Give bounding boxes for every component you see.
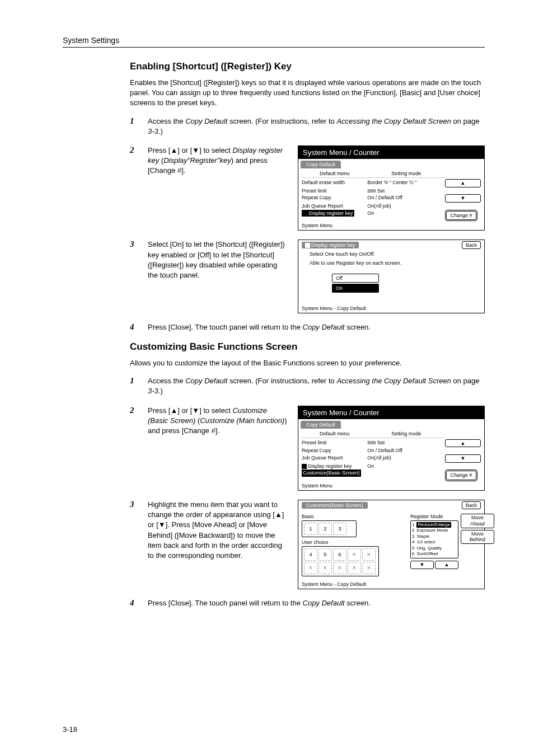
step-number: 3 <box>130 500 148 509</box>
row: 999 Set <box>367 439 445 448</box>
page-number: 3-18 <box>63 725 77 734</box>
step-text: Access the Copy Default screen. (For ins… <box>148 116 485 137</box>
row: Preset limit <box>302 187 367 195</box>
panel-message: Able to use Register key on each screen. <box>298 259 484 268</box>
step-text: Access the Copy Default screen. (For ins… <box>148 376 485 396</box>
panel-system-menu-1: System Menu / Counter Copy Default Defau… <box>298 145 485 231</box>
row: On / Default Off <box>367 447 445 454</box>
panel-footer: System Menu <box>298 481 484 490</box>
label: Basic <box>302 514 410 519</box>
row: 999 Set <box>367 187 445 195</box>
back-button[interactable]: Back <box>462 501 481 509</box>
step-number: 3 <box>130 240 148 249</box>
intro-paragraph-1: Enables the [Shortcut] ([Register]) keys… <box>130 78 485 109</box>
step-text: Press [▲] or [▼] to select Display regis… <box>148 145 288 176</box>
row: On <box>367 463 445 470</box>
step-text: Press [Close]. The touch panel will retu… <box>148 322 485 332</box>
down-button[interactable]: ▼ <box>445 194 481 203</box>
row: Display register key <box>308 463 352 469</box>
panel-title: System Menu / Counter <box>298 406 484 419</box>
panel-title: Display register key <box>302 242 359 248</box>
step-number: 1 <box>130 376 148 386</box>
chapter-header: System Settings <box>63 36 485 45</box>
step-text: Press [Close]. The touch panel will retu… <box>148 598 485 608</box>
panel-customize-basic: Customize(Basic Screen) Back Basic 123 U… <box>298 500 485 589</box>
panel-footer: System Menu <box>298 221 484 230</box>
move-behind-button[interactable]: Move Behind <box>461 530 494 544</box>
row-selected: Customize(Basic Screen) <box>302 469 361 477</box>
col-header: Setting mode <box>367 171 445 178</box>
down-button[interactable]: ▼ <box>445 454 481 463</box>
col-header: Default menu <box>302 171 367 178</box>
panel-register-key: Display register key Back Select One tou… <box>298 240 485 313</box>
step-number: 4 <box>130 598 148 608</box>
row: Repeat Copy <box>302 447 367 454</box>
step-number: 1 <box>130 116 148 126</box>
panel-title: System Menu / Counter <box>298 146 484 159</box>
row: Repeat Copy <box>302 194 367 203</box>
section-heading-1: Enabling [Shortcut] ([Register]) Key <box>130 61 485 72</box>
row: On <box>367 210 445 222</box>
row: Job Queue Report <box>302 454 367 463</box>
row: On(All job) <box>367 203 445 210</box>
intro-paragraph-2: Allows you to customize the layout of th… <box>130 358 485 368</box>
step-number: 2 <box>130 145 148 155</box>
panel-title: Customize(Basic Screen) <box>302 502 368 509</box>
register-mode-list: 1Reduce/Enlarge 2Exposure Mode 3Staple 4… <box>410 520 458 558</box>
panel-message: Select One touch key On/Off. <box>298 250 484 259</box>
up-button[interactable]: ▲ <box>445 179 481 187</box>
back-button[interactable]: Back <box>462 241 481 249</box>
down-button[interactable]: ▼ <box>410 561 434 569</box>
option-off[interactable]: Off <box>332 274 379 283</box>
change-button[interactable]: Change # <box>445 210 477 222</box>
step-text: Press [▲] or [▼] to select Customize (Ba… <box>148 406 288 436</box>
label: User choice <box>302 539 410 545</box>
panel-system-menu-2: System Menu / Counter Copy Default Defau… <box>298 406 485 491</box>
up-button[interactable]: ▲ <box>445 439 481 448</box>
panel-footer: System Menu - Copy Default <box>298 580 484 589</box>
row: Border ¼ " Center ½ " <box>367 179 445 187</box>
section-heading-2: Customizing Basic Functions Screen <box>130 341 485 353</box>
row: Job Queue Report <box>302 203 367 210</box>
col-header: Setting mode <box>367 431 445 438</box>
row-selected: Display register key <box>309 210 353 216</box>
row: On / Default Off <box>367 194 445 203</box>
up-button[interactable]: ▲ <box>435 561 458 569</box>
step-number: 2 <box>130 406 148 415</box>
step-text: Select [On] to let the [Shortcut] ([Regi… <box>148 240 288 280</box>
panel-tab: Copy Default <box>301 161 341 168</box>
option-on[interactable]: On <box>332 284 379 293</box>
move-ahead-button[interactable]: Move Ahead <box>461 514 494 528</box>
step-text: Highlight the menu item that you want to… <box>148 500 288 561</box>
change-button[interactable]: Change # <box>445 469 477 481</box>
header-rule <box>63 47 485 48</box>
panel-footer: System Menu - Copy Default <box>298 304 484 313</box>
row: Preset limit <box>302 439 367 448</box>
panel-tab: Copy Default <box>301 421 341 429</box>
row: On(All job) <box>367 454 445 463</box>
label: Register Mode <box>410 514 458 519</box>
col-header: Default menu <box>302 431 367 438</box>
row: Default erase width <box>302 179 367 187</box>
step-number: 4 <box>130 322 148 332</box>
row <box>367 469 445 481</box>
